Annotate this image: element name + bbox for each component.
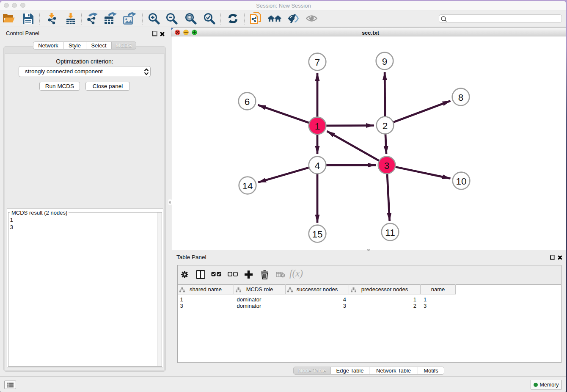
svg-text:7: 7 [315,57,320,68]
svg-text:3: 3 [384,160,390,171]
svg-text:14: 14 [242,181,253,191]
svg-text:4: 4 [315,160,320,171]
svg-text:2: 2 [383,121,388,131]
svg-text:10: 10 [456,176,466,187]
svg-text:8: 8 [458,92,464,103]
svg-text:11: 11 [385,227,395,238]
svg-text:6: 6 [245,97,250,107]
svg-text:1: 1 [315,121,320,132]
svg-text:15: 15 [312,229,322,240]
svg-text:9: 9 [382,56,388,67]
